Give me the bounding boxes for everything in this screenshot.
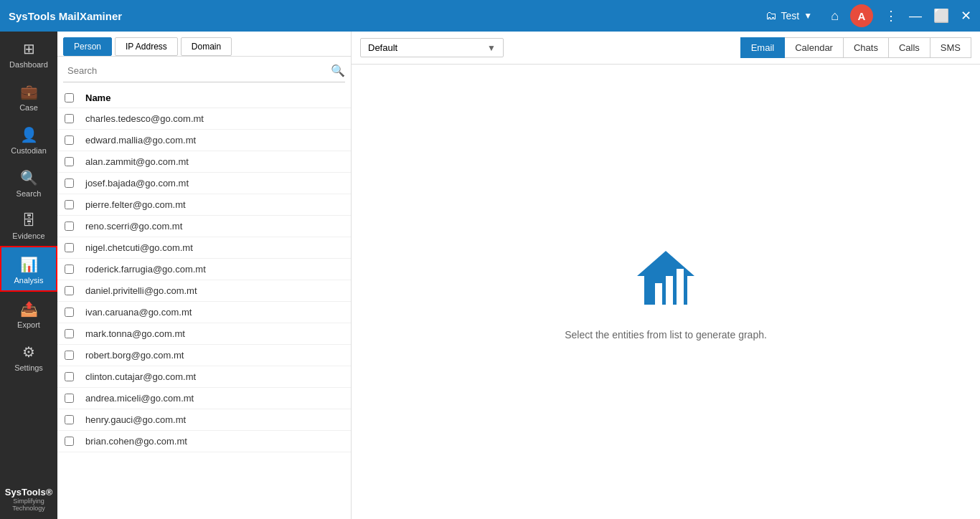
- home-icon[interactable]: ⌂: [831, 9, 839, 24]
- content-row: Person IP Address Domain 🔍 Name char: [57, 32, 980, 519]
- tab-calendar[interactable]: Calendar: [785, 37, 844, 58]
- tab-sms[interactable]: SMS: [930, 37, 971, 58]
- avatar[interactable]: A: [850, 4, 873, 27]
- list-item[interactable]: pierre.felter@go.com.mt: [57, 194, 351, 216]
- sidebar-item-label: Settings: [14, 363, 43, 372]
- list-item[interactable]: robert.borg@go.com.mt: [57, 345, 351, 366]
- row-checkbox[interactable]: [65, 286, 74, 295]
- list-item[interactable]: mark.tonna@go.com.mt: [57, 323, 351, 345]
- tab-calls[interactable]: Calls: [889, 37, 930, 58]
- tab-email[interactable]: Email: [740, 37, 786, 58]
- menu-icon[interactable]: ⋮: [885, 8, 897, 24]
- tab-person[interactable]: Person: [63, 37, 112, 56]
- sidebar-item-dashboard[interactable]: ⊞ Dashboard: [0, 32, 57, 75]
- sidebar: ⊞ Dashboard 💼 Case 👤 Custodian 🔍 Search …: [0, 32, 57, 519]
- export-icon: 📤: [20, 300, 38, 318]
- email-address: brian.cohen@go.com.mt: [85, 436, 187, 447]
- minimize-icon[interactable]: —: [909, 9, 922, 24]
- logo-tagline: Simplifying Technology: [5, 497, 52, 512]
- list-header: Name: [57, 88, 351, 108]
- row-checkbox[interactable]: [65, 243, 74, 252]
- list-item[interactable]: andrea.miceli@go.com.mt: [57, 388, 351, 409]
- list-item[interactable]: nigel.chetcuti@go.com.mt: [57, 237, 351, 259]
- row-checkbox[interactable]: [65, 157, 74, 166]
- case-icon: 💼: [20, 83, 38, 100]
- list-item[interactable]: charles.tedesco@go.com.mt: [57, 108, 351, 130]
- email-address: nigel.chetcuti@go.com.mt: [85, 242, 193, 253]
- right-panel: Default ▼ Email Calendar Chats Calls SMS: [352, 32, 980, 519]
- row-checkbox[interactable]: [65, 308, 74, 317]
- filter-tabs: Person IP Address Domain: [57, 32, 351, 57]
- sidebar-item-evidence[interactable]: 🗄 Evidence: [0, 204, 57, 246]
- email-address: pierre.felter@go.com.mt: [85, 199, 186, 210]
- row-checkbox[interactable]: [65, 178, 74, 188]
- email-address: mark.tonna@go.com.mt: [85, 328, 185, 339]
- row-checkbox[interactable]: [65, 222, 74, 231]
- content-area: Person IP Address Domain 🔍 Name char: [57, 32, 980, 519]
- sidebar-item-case[interactable]: 💼 Case: [0, 75, 57, 118]
- default-dropdown[interactable]: Default ▼: [360, 38, 504, 57]
- row-checkbox[interactable]: [65, 415, 74, 424]
- list-item[interactable]: clinton.cutajar@go.com.mt: [57, 366, 351, 388]
- list-item[interactable]: roderick.farrugia@go.com.mt: [57, 259, 351, 280]
- sidebar-item-label: Export: [17, 320, 40, 329]
- tab-domain[interactable]: Domain: [181, 37, 232, 56]
- tab-ip-address[interactable]: IP Address: [115, 37, 178, 56]
- app-title: SysTools MailXaminer: [9, 10, 758, 22]
- list-item[interactable]: josef.bajada@go.com.mt: [57, 173, 351, 194]
- sidebar-item-export[interactable]: 📤 Export: [0, 292, 57, 335]
- case-icon: 🗂: [765, 9, 777, 22]
- email-address: henry.gauci@go.com.mt: [85, 414, 186, 425]
- topbar: SysTools MailXaminer 🗂 Test ▼ ⌂ A ⋮ — ⬜ …: [0, 0, 980, 32]
- chevron-down-icon: ▼: [804, 11, 812, 21]
- email-address: roderick.farrugia@go.com.mt: [85, 264, 206, 275]
- chevron-down-icon: ▼: [487, 43, 496, 53]
- row-checkbox[interactable]: [65, 351, 74, 360]
- list-item[interactable]: ivan.caruana@go.com.mt: [57, 302, 351, 323]
- graph-hint: Select the entities from list to generat…: [565, 329, 767, 341]
- custodian-icon: 👤: [20, 126, 38, 143]
- list-item[interactable]: reno.scerri@go.com.mt: [57, 216, 351, 237]
- sidebar-item-settings[interactable]: ⚙ Settings: [0, 335, 57, 378]
- list-item[interactable]: henry.gauci@go.com.mt: [57, 409, 351, 431]
- sidebar-item-label: Evidence: [12, 232, 44, 240]
- select-all-checkbox[interactable]: [65, 93, 74, 103]
- email-address: edward.mallia@go.com.mt: [85, 135, 196, 146]
- row-checkbox[interactable]: [65, 200, 74, 209]
- search-box: 🔍: [63, 62, 345, 82]
- email-address: alan.zammit@go.com.mt: [85, 156, 189, 167]
- topbar-actions: ⌂ A ⋮ — ⬜ ✕: [831, 4, 971, 27]
- main-layout: ⊞ Dashboard 💼 Case 👤 Custodian 🔍 Search …: [0, 32, 980, 519]
- row-checkbox[interactable]: [65, 329, 74, 338]
- list-item[interactable]: brian.cohen@go.com.mt: [57, 431, 351, 452]
- email-address: andrea.miceli@go.com.mt: [85, 393, 194, 404]
- right-top-bar: Default ▼ Email Calendar Chats Calls SMS: [352, 32, 980, 65]
- list-item[interactable]: edward.mallia@go.com.mt: [57, 130, 351, 151]
- sidebar-item-analysis[interactable]: 📊 Analysis: [0, 246, 57, 292]
- close-icon[interactable]: ✕: [961, 8, 971, 24]
- maximize-icon[interactable]: ⬜: [933, 8, 949, 24]
- search-input[interactable]: [63, 62, 331, 79]
- tab-chats[interactable]: Chats: [844, 37, 889, 58]
- row-checkbox[interactable]: [65, 394, 74, 403]
- evidence-icon: 🗄: [22, 212, 36, 229]
- email-address: josef.bajada@go.com.mt: [85, 178, 189, 189]
- case-selector[interactable]: 🗂 Test ▼: [765, 9, 813, 22]
- logo-text: SysTools®: [5, 487, 52, 497]
- svg-rect-1: [655, 283, 662, 305]
- sidebar-item-custodian[interactable]: 👤 Custodian: [0, 118, 57, 161]
- list-item[interactable]: alan.zammit@go.com.mt: [57, 151, 351, 173]
- sidebar-item-label: Dashboard: [9, 60, 48, 69]
- row-checkbox[interactable]: [65, 135, 74, 145]
- sidebar-item-label: Custodian: [11, 146, 47, 155]
- email-address: daniel.privitelli@go.com.mt: [85, 285, 197, 296]
- sidebar-item-label: Case: [19, 103, 38, 112]
- sidebar-item-search[interactable]: 🔍 Search: [0, 161, 57, 204]
- list-item[interactable]: daniel.privitelli@go.com.mt: [57, 280, 351, 302]
- graph-area: Select the entities from list to generat…: [352, 65, 980, 519]
- row-checkbox[interactable]: [65, 265, 74, 274]
- row-checkbox[interactable]: [65, 114, 74, 123]
- row-checkbox[interactable]: [65, 437, 74, 446]
- row-checkbox[interactable]: [65, 372, 74, 381]
- search-icon: 🔍: [331, 64, 345, 77]
